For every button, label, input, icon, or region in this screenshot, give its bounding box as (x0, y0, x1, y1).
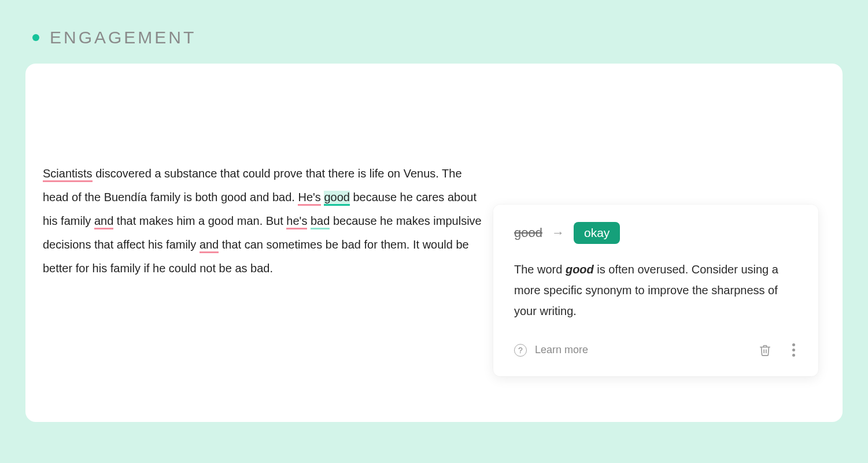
help-icon[interactable]: ? (514, 344, 527, 357)
suggestion-replace-row: good → okay (514, 222, 797, 244)
original-word: good (514, 225, 542, 240)
replacement-button[interactable]: okay (574, 222, 620, 244)
editor-text[interactable]: Sciantists discovered a substance that c… (43, 162, 488, 399)
underline-mint[interactable]: bad (311, 214, 330, 229)
category-title: ENGAGEMENT (50, 28, 196, 47)
underline-pink[interactable]: Sciantists (43, 167, 93, 182)
editor-card: Sciantists discovered a substance that c… (25, 64, 843, 422)
category-dot-icon (32, 34, 39, 41)
trash-icon[interactable] (759, 343, 771, 357)
explanation-prefix: The word (514, 263, 566, 276)
more-options-icon[interactable] (790, 341, 797, 359)
arrow-right-icon: → (552, 225, 564, 240)
category-header: ENGAGEMENT (0, 0, 868, 64)
underline-green-highlight[interactable]: good (324, 191, 350, 206)
underline-pink[interactable]: and (94, 214, 113, 229)
suggestion-card: good → okay The word good is often overu… (493, 205, 818, 376)
underline-pink[interactable]: He's (298, 191, 320, 206)
text-segment[interactable]: that makes him a good man. But (113, 214, 286, 227)
suggestion-footer: ? Learn more (514, 341, 797, 359)
explanation-word: good (566, 263, 594, 276)
suggestion-explanation: The word good is often overused. Conside… (514, 259, 797, 321)
underline-pink[interactable]: and (200, 238, 219, 253)
learn-more-link[interactable]: Learn more (535, 344, 588, 356)
underline-pink[interactable]: he's (286, 214, 307, 229)
